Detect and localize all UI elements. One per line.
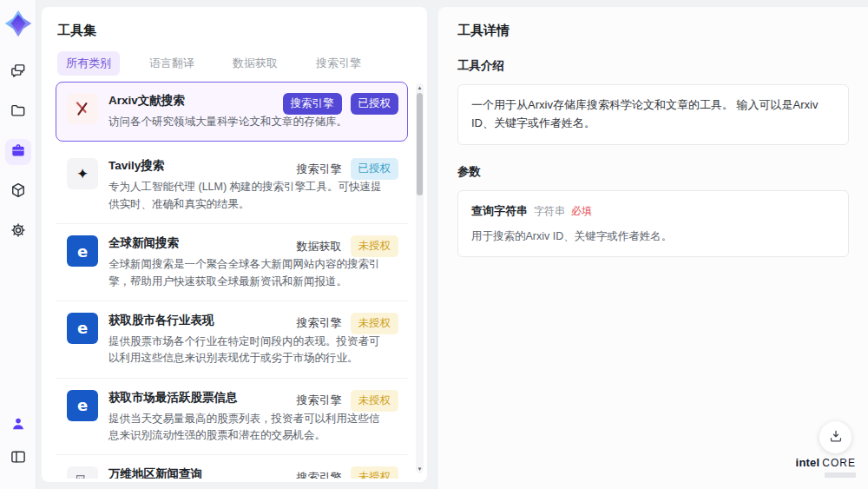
parameter-name: 查询字符串 bbox=[471, 204, 528, 217]
tool-meta: 搜索引擎已授权 bbox=[283, 93, 399, 115]
tool-card[interactable]: e获取市场最活跃股票信息提供当天交易量最高的股票列表，投资者可以利用这些信息来识… bbox=[56, 379, 408, 456]
detail-title: 工具详情 bbox=[457, 23, 849, 39]
tab-category-0[interactable]: 所有类别 bbox=[57, 51, 120, 76]
sidebar-item-account[interactable] bbox=[5, 413, 31, 439]
tool-description: 访问各个研究领域大量科学论文和文章的存储库。 bbox=[108, 114, 385, 130]
sidebar-item-packages[interactable] bbox=[5, 179, 31, 205]
tool-description: 专为人工智能代理 (LLM) 构建的搜索引擎工具。可快速提供实时、准确和真实的结… bbox=[108, 179, 385, 213]
sidebar-item-toolset[interactable] bbox=[5, 139, 31, 165]
intel-core-logo: intelCORE bbox=[796, 454, 856, 478]
building-icon bbox=[67, 466, 98, 479]
app-logo-icon bbox=[3, 9, 33, 38]
toolset-title: 工具集 bbox=[57, 23, 411, 39]
category-tabs: 所有类别语言翻译数据获取搜索引擎 bbox=[57, 51, 411, 76]
folder-icon bbox=[10, 102, 27, 122]
list-scrollbar[interactable]: ▲ ▼ bbox=[416, 83, 424, 473]
scrollbar-thumb[interactable] bbox=[417, 93, 423, 195]
tool-list: Arxiv文献搜索访问各个研究领域大量科学论文和文章的存储库。搜索引擎已授权✦T… bbox=[56, 82, 408, 479]
tool-meta: 搜索引擎未授权 bbox=[297, 390, 399, 412]
tool-card[interactable]: 万维地区新闻查询查询具体行政区划内的新闻，快速了解各地新闻动搜索引擎未授权 bbox=[56, 455, 408, 479]
intro-heading: 工具介绍 bbox=[457, 58, 849, 74]
sidebar-item-settings[interactable] bbox=[5, 219, 31, 245]
tool-card[interactable]: Arxiv文献搜索访问各个研究领域大量科学论文和文章的存储库。搜索引擎已授权 bbox=[56, 82, 408, 142]
tavily-star-icon: ✦ bbox=[67, 158, 98, 189]
gear-icon bbox=[10, 221, 27, 242]
user-icon bbox=[10, 415, 27, 436]
status-badge: 已授权 bbox=[351, 93, 399, 115]
briefcase-icon bbox=[10, 142, 27, 162]
status-badge: 未授权 bbox=[351, 313, 399, 334]
arxiv-logo-icon bbox=[67, 93, 98, 124]
core-brand-text: CORE bbox=[822, 457, 856, 469]
tool-card[interactable]: e获取股市各行业表现提供股票市场各个行业在特定时间段内的表现。投资者可以利用这些… bbox=[56, 301, 408, 379]
intel-brand-text: intel bbox=[796, 456, 820, 469]
news-logo-icon: e bbox=[67, 313, 98, 344]
app-sidebar bbox=[0, 0, 36, 489]
scroll-down-icon[interactable]: ▼ bbox=[416, 466, 424, 472]
tab-category-3[interactable]: 搜索引擎 bbox=[307, 51, 370, 76]
tool-description: 提供当天交易量最高的股票列表，投资者可以利用这些信息来识别流动性强的股票和潜在的… bbox=[108, 411, 385, 445]
sidebar-item-files[interactable] bbox=[5, 99, 31, 125]
sidebar-nav bbox=[5, 59, 31, 259]
params-heading: 参数 bbox=[457, 164, 849, 180]
category-badge: 搜索引擎 bbox=[283, 93, 342, 115]
category-label: 搜索引擎 bbox=[297, 470, 342, 479]
intro-box: 一个用于从Arxiv存储库搜索科学论文和文章的工具。 输入可以是Arxiv ID… bbox=[457, 84, 849, 145]
category-label: 搜索引擎 bbox=[297, 393, 342, 408]
download-button[interactable] bbox=[819, 421, 852, 453]
category-label: 搜索引擎 bbox=[297, 315, 342, 331]
cube-icon bbox=[10, 182, 27, 202]
sidebar-bottom bbox=[5, 413, 31, 479]
params-box: 查询字符串字符串必填用于搜索的Arxiv ID、关键字或作者姓名。 bbox=[457, 190, 849, 258]
status-badge: 已授权 bbox=[351, 158, 399, 180]
category-label: 数据获取 bbox=[297, 239, 342, 254]
scroll-up-icon[interactable]: ▲ bbox=[416, 85, 424, 90]
tab-category-2[interactable]: 数据获取 bbox=[224, 51, 286, 76]
toolset-panel: 工具集 所有类别语言翻译数据获取搜索引擎 Arxiv文献搜索访问各个研究领域大量… bbox=[42, 7, 427, 482]
parameter-required-flag: 必填 bbox=[571, 205, 592, 217]
parameter-description: 用于搜索的Arxiv ID、关键字或作者姓名。 bbox=[471, 228, 835, 245]
tool-meta: 搜索引擎未授权 bbox=[297, 466, 399, 479]
tool-meta: 搜索引擎未授权 bbox=[297, 313, 399, 334]
tool-meta: 搜索引擎已授权 bbox=[297, 158, 399, 180]
status-badge: 未授权 bbox=[351, 466, 399, 479]
status-badge: 未授权 bbox=[351, 390, 399, 412]
news-logo-icon: e bbox=[67, 390, 98, 421]
status-badge: 未授权 bbox=[351, 235, 399, 257]
category-label: 搜索引擎 bbox=[297, 162, 342, 177]
download-icon bbox=[828, 428, 844, 447]
tool-meta: 数据获取未授权 bbox=[297, 235, 399, 257]
tool-detail-panel: 工具详情 工具介绍 一个用于从Arxiv存储库搜索科学论文和文章的工具。 输入可… bbox=[438, 7, 868, 489]
tool-card[interactable]: ✦Tavily搜索专为人工智能代理 (LLM) 构建的搜索引擎工具。可快速提供实… bbox=[56, 147, 408, 224]
sidebar-item-collapse-sidebar[interactable] bbox=[5, 446, 31, 472]
tool-description: 提供股票市场各个行业在特定时间段内的表现。投资者可以利用这些信息来识别表现优于或… bbox=[108, 334, 385, 367]
sidebar-item-chat[interactable] bbox=[5, 59, 31, 85]
panel-icon bbox=[10, 448, 27, 469]
intel-logo-subline bbox=[825, 472, 856, 478]
news-logo-icon: e bbox=[67, 235, 98, 267]
tab-category-1[interactable]: 语言翻译 bbox=[141, 51, 203, 76]
parameter-row: 查询字符串字符串必填用于搜索的Arxiv ID、关键字或作者姓名。 bbox=[471, 202, 835, 246]
tool-card[interactable]: e全球新闻搜索全球新闻搜索是一个聚合全球各大新闻网站内容的搜索引擎，帮助用户快速… bbox=[56, 224, 408, 301]
chat-icon bbox=[10, 62, 27, 83]
tool-description: 全球新闻搜索是一个聚合全球各大新闻网站内容的搜索引擎，帮助用户快速获取全球最新资… bbox=[108, 256, 385, 290]
parameter-type: 字符串 bbox=[534, 205, 565, 217]
